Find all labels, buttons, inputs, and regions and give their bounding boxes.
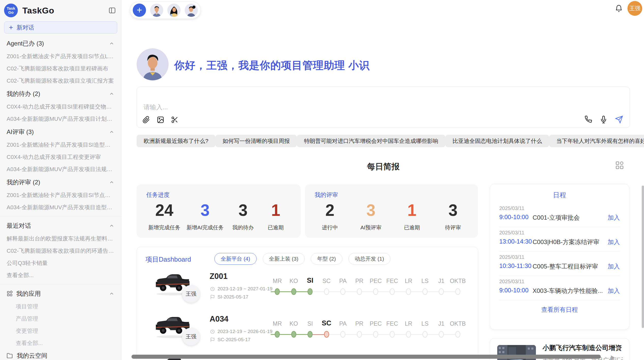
avatar[interactable] bbox=[185, 4, 198, 17]
scissors-icon[interactable] bbox=[171, 116, 179, 124]
milestone-dot[interactable] bbox=[291, 288, 296, 295]
scroll-down-arrow-icon[interactable] bbox=[616, 347, 620, 351]
milestone-dot[interactable] bbox=[406, 331, 411, 338]
image-icon[interactable] bbox=[157, 116, 164, 124]
milestone-dot[interactable] bbox=[308, 331, 313, 338]
view-all-chats[interactable]: 查看全部... bbox=[0, 269, 121, 281]
section-my-apps[interactable]: 我的应用 bbox=[0, 287, 121, 301]
sidebar-item-project-mgmt[interactable]: 项目管理 bbox=[0, 301, 121, 313]
stat-label: 新增AI完成任务 bbox=[186, 224, 224, 231]
stat-value: 3 bbox=[201, 202, 210, 219]
view-all-apps[interactable]: 查看全部... bbox=[0, 337, 121, 349]
milestone-dot[interactable] bbox=[291, 331, 296, 338]
notification-bell-icon[interactable] bbox=[615, 5, 623, 13]
avatar[interactable] bbox=[150, 4, 163, 17]
vertical-scrollbar[interactable] bbox=[642, 186, 644, 328]
apps-grid-icon bbox=[7, 291, 13, 297]
join-link[interactable]: 加入 bbox=[608, 287, 620, 295]
suggestion-chip[interactable]: 特朗普可能对进口汽车增税会对中国车企造成哪些影响 bbox=[297, 135, 445, 147]
chevron-up-icon[interactable] bbox=[109, 179, 114, 185]
milestone-dot[interactable] bbox=[324, 288, 329, 295]
sidebar-item-product-mgmt[interactable]: 产品管理 bbox=[0, 313, 121, 325]
list-item[interactable]: A034-全新新能源MUV产品开发项目计划变更表编写 bbox=[0, 113, 121, 125]
milestone-dot[interactable] bbox=[340, 331, 345, 338]
chevron-up-icon[interactable] bbox=[109, 129, 114, 135]
milestone-dot-alert[interactable] bbox=[324, 331, 329, 338]
filter-chip[interactable]: 动总开发 (1) bbox=[348, 253, 391, 265]
milestone-dot[interactable] bbox=[340, 288, 345, 295]
sidebar-collapse-icon[interactable] bbox=[108, 7, 116, 14]
filter-chip[interactable]: 全新平台 (4) bbox=[214, 253, 257, 265]
list-item[interactable]: Z001-全新燃油皮卡产品开发项目SI节点Lesson Learn报告 bbox=[0, 50, 121, 63]
milestone-dot[interactable] bbox=[455, 331, 460, 338]
list-item[interactable]: C0X4-动力总成开发项目工程变更评审 bbox=[0, 151, 121, 163]
chevron-up-icon[interactable] bbox=[109, 291, 114, 296]
milestone-dot[interactable] bbox=[455, 288, 460, 295]
send-icon[interactable] bbox=[615, 115, 623, 124]
layout-grid-icon[interactable] bbox=[615, 161, 624, 170]
section-ai-review[interactable]: AI评审 (3) bbox=[0, 125, 121, 139]
list-item[interactable]: C0X4-动力总成开发项目SI里程碑提交物检查 bbox=[0, 101, 121, 113]
section-title: AI评审 (3) bbox=[7, 128, 34, 136]
milestone-dot[interactable] bbox=[439, 288, 444, 295]
list-item[interactable]: C02-飞腾新能源轻客改款项目的闭环通告反馈情况 bbox=[0, 245, 121, 257]
logo-line2: Go bbox=[8, 10, 14, 15]
suggestion-chip[interactable]: 比亚迪全固态电池计划具体说了什么 bbox=[445, 135, 549, 147]
milestone-dot[interactable] bbox=[406, 288, 411, 295]
section-agent-done[interactable]: Agent已办 (3) bbox=[0, 37, 121, 50]
chevron-up-icon[interactable] bbox=[109, 223, 114, 229]
list-item[interactable]: Z001-全新燃油轻卡产品开发项目SI节点属性5D文件评审 bbox=[0, 189, 121, 201]
composer-right-tools bbox=[584, 115, 623, 124]
join-link[interactable]: 加入 bbox=[608, 238, 620, 246]
suggestion-chip[interactable]: 如何写一份清晰的项目周报 bbox=[215, 135, 297, 147]
milestone-dot[interactable] bbox=[390, 331, 395, 338]
chevron-up-icon[interactable] bbox=[109, 91, 114, 97]
milestone-dot[interactable] bbox=[373, 331, 378, 338]
section-title: Agent已办 (3) bbox=[7, 39, 44, 48]
filter-chip[interactable]: 年型 (2) bbox=[311, 253, 342, 265]
milestone-dot[interactable] bbox=[357, 288, 362, 295]
milestone-dot[interactable] bbox=[422, 331, 428, 338]
project-dates: 2023-12-19 ~ 2026-01-19 bbox=[210, 329, 272, 334]
join-link[interactable]: 加入 bbox=[608, 214, 620, 222]
milestone-dot[interactable] bbox=[373, 288, 378, 295]
milestone-dot[interactable] bbox=[422, 288, 428, 295]
milestone-dot[interactable] bbox=[439, 331, 444, 338]
list-item[interactable]: C02-飞腾新能源轻客改款项目里程碑画布 bbox=[0, 63, 121, 75]
sidebar-item-change-mgmt[interactable]: 变更管理 bbox=[0, 325, 121, 337]
avatar[interactable] bbox=[167, 4, 181, 17]
milestone-dot[interactable] bbox=[308, 288, 313, 295]
chat-input[interactable] bbox=[143, 101, 500, 113]
join-link[interactable]: 加入 bbox=[608, 262, 620, 271]
milestone-dot[interactable] bbox=[390, 288, 395, 295]
milestone-dot[interactable] bbox=[275, 288, 280, 295]
list-item[interactable]: C02-飞腾新能源轻客改款项目立项汇报方案 bbox=[0, 75, 121, 87]
paperclip-icon[interactable] bbox=[142, 116, 150, 124]
list-item[interactable]: A034-全新新能源MUV产品开发项目法规符合性评审 bbox=[0, 163, 121, 175]
section-recent-chats[interactable]: 最近对话 bbox=[0, 219, 121, 233]
add-agent-button[interactable]: + bbox=[133, 4, 146, 17]
microphone-icon[interactable] bbox=[600, 116, 607, 123]
suggestion-chip[interactable]: 欧洲新规最近颁布了什么? bbox=[137, 135, 215, 147]
chevron-up-icon[interactable] bbox=[109, 41, 114, 46]
view-all-schedule-link[interactable]: 查看所有日程 bbox=[490, 306, 629, 314]
phone-icon[interactable] bbox=[584, 116, 592, 123]
user-avatar[interactable]: 王强 bbox=[627, 1, 642, 16]
schedule-event: 2025/03/11 9:00-10:00 C001-立项审批会 加入 bbox=[499, 205, 620, 230]
scroll-right-arrow-icon[interactable] bbox=[611, 355, 615, 360]
list-item[interactable]: A034-全新新能源MUV产品开发项目造型可行性评审 bbox=[0, 201, 121, 214]
filter-chip[interactable]: 全新上装 (3) bbox=[263, 253, 305, 265]
section-my-review[interactable]: 我的评审 (2) bbox=[0, 175, 121, 189]
schedule-panel: 日程 2025/03/11 9:00-10:00 C001-立项审批会 加入 2… bbox=[490, 184, 629, 330]
sidebar-item-cloud-space[interactable]: 我的云空间 bbox=[0, 349, 121, 360]
horizontal-scrollbar[interactable] bbox=[131, 355, 601, 359]
milestone-dot[interactable] bbox=[275, 331, 280, 338]
suggestion-chip[interactable]: 当下年轻人对汽车外观有怎样的喜好趋势 bbox=[549, 135, 644, 147]
section-my-todo[interactable]: 我的待办 (2) bbox=[0, 87, 121, 101]
list-item[interactable]: 公司Q3轻卡销量 bbox=[0, 257, 121, 269]
list-item[interactable]: 解释最新出台的欧盟报废车法规再生塑料比例被调至15%... bbox=[0, 233, 121, 245]
new-chat-button[interactable]: + 新对话 bbox=[4, 21, 117, 34]
milestone-dot[interactable] bbox=[357, 331, 362, 338]
list-item[interactable]: Z001-全新燃油轻卡产品开发项目SI造型提交物评审 bbox=[0, 139, 121, 151]
daily-briefing-title: 每日简报 bbox=[137, 161, 630, 172]
